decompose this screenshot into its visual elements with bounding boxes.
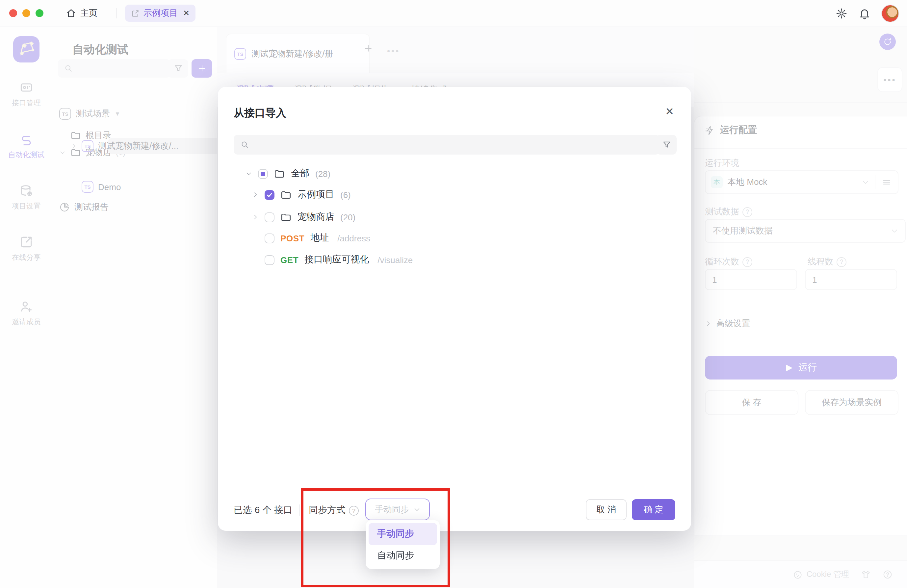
close-window-button[interactable] (9, 9, 17, 17)
app-window: 主页 示例项目 ✕ (0, 0, 907, 588)
annotation-red-box (301, 488, 450, 587)
modal-footer: 已选 6 个 接口 同步方式 ? 手动同步 取 消 确 定 (218, 489, 691, 531)
tree-label: 全部 (291, 168, 309, 179)
tree-row-all[interactable]: 全部 (28) (245, 165, 330, 183)
home-button[interactable]: 主页 (66, 0, 98, 26)
tree-row-sample-project[interactable]: 示例项目 (6) (252, 185, 351, 204)
chevron-right-icon[interactable] (252, 192, 259, 198)
folder-icon (274, 168, 285, 179)
titlebar-separator (116, 8, 117, 18)
titlebar: 主页 示例项目 ✕ (0, 0, 907, 27)
chevron-right-icon[interactable] (252, 214, 259, 220)
api-filter-button[interactable] (656, 135, 677, 155)
selected-count-text: 已选 6 个 接口 (234, 505, 293, 516)
confirm-button[interactable]: 确 定 (632, 499, 675, 520)
project-tab[interactable]: 示例项目 ✕ (125, 5, 196, 22)
tree-row-get-visualize[interactable]: GET 接口响应可视化 /visualize (264, 251, 413, 269)
cancel-button[interactable]: 取 消 (586, 499, 627, 520)
modal-close-icon[interactable]: ✕ (665, 105, 674, 118)
tree-row-pet-shop[interactable]: 宠物商店 (20) (252, 208, 356, 226)
checkbox-checked[interactable] (264, 190, 274, 200)
external-link-icon (131, 9, 139, 18)
tree-label: 接口响应可视化 (304, 254, 369, 266)
tree-label: 宠物商店 (298, 211, 334, 223)
tree-row-post-address[interactable]: POST 地址 /address (264, 229, 370, 247)
chevron-down-icon[interactable] (245, 170, 252, 177)
zoom-window-button[interactable] (35, 9, 43, 17)
modal-title: 从接口导入 (234, 107, 286, 120)
tree-count: (6) (340, 190, 351, 200)
api-path: /address (337, 233, 370, 243)
checkbox-empty[interactable] (264, 233, 274, 243)
folder-icon (280, 211, 292, 223)
minimize-window-button[interactable] (22, 9, 30, 17)
settings-gear-icon[interactable] (835, 7, 848, 19)
tree-count: (28) (315, 169, 330, 179)
tree-label: 地址 (310, 232, 329, 244)
http-method-get: GET (280, 255, 298, 265)
api-path: /visualize (378, 255, 413, 265)
home-icon (66, 8, 76, 18)
notifications-bell-icon[interactable] (858, 7, 871, 19)
divider (300, 505, 300, 516)
folder-icon (280, 189, 292, 200)
http-method-post: POST (280, 233, 304, 243)
home-label: 主页 (80, 7, 98, 19)
close-tab-icon[interactable]: ✕ (183, 8, 189, 18)
tree-label: 示例项目 (298, 189, 334, 201)
checkbox-empty[interactable] (264, 255, 274, 265)
api-search-input[interactable] (234, 135, 660, 155)
checkbox-indeterminate[interactable] (258, 169, 268, 179)
user-avatar[interactable] (881, 4, 899, 22)
tree-count: (20) (340, 212, 356, 222)
checkbox-empty[interactable] (264, 212, 274, 222)
project-tab-label: 示例项目 (144, 7, 178, 19)
import-from-api-modal: 从接口导入 ✕ 全部 (28) 示例项目 (6) 宠物商店 (20) (218, 87, 691, 531)
